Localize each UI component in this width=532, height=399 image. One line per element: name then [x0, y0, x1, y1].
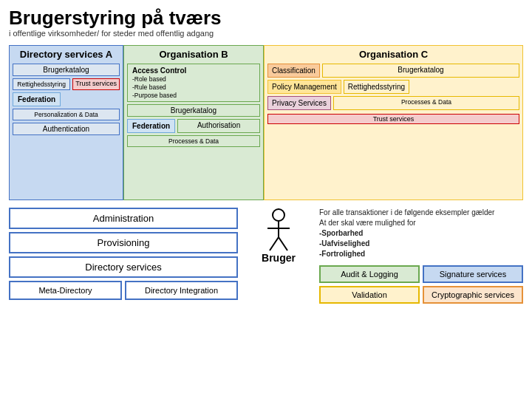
federation-a: Federation: [13, 92, 61, 106]
processes-b: Processes & Data: [127, 135, 260, 147]
federation-b: Federation: [127, 119, 175, 133]
trust-services-a: Trust services: [72, 78, 120, 90]
column-a: Directory services A Brugerkatalog Retti…: [9, 45, 123, 200]
bottom-section: Administration Provisioning Directory se…: [9, 208, 523, 304]
classification-c: Classification: [267, 64, 320, 78]
b-row3: Federation Authorisation: [127, 119, 260, 133]
admin-box: Administration: [9, 208, 238, 229]
c-row3: Privacy Services Processes & Data: [267, 96, 519, 110]
provisioning-box: Provisioning: [9, 232, 238, 253]
result-row-2: Validation Cryptographic services: [319, 286, 523, 304]
authorisation-b: Authorisation: [177, 119, 260, 133]
svg-line-3: [270, 237, 279, 250]
column-c: Organisation C Classification Brugerkata…: [264, 45, 523, 200]
meta-dir-box: Meta-Directory: [9, 281, 122, 300]
catalog-c: Brugerkatalog: [322, 64, 519, 78]
personalization-a: Personalization & Data: [13, 109, 120, 120]
authentication-a: Authentication: [13, 123, 120, 135]
policy-mgmt-c: Policy Management: [267, 80, 341, 94]
svg-line-4: [279, 237, 287, 250]
signature-services-box: Signature services: [423, 265, 523, 283]
bottom-sub-row: Meta-Directory Directory Integration: [9, 281, 238, 300]
info-block: For alle transaktioner i de følgende eks…: [319, 208, 523, 259]
main-diagram: Directory services A Brugerkatalog Retti…: [9, 45, 523, 200]
brugerkatalog-a: Brugerkatalog: [13, 64, 120, 76]
audit-logging-box: Audit & Logging: [319, 265, 420, 283]
c-row1: Classification Brugerkatalog: [267, 64, 519, 78]
dir-integration-box: Directory Integration: [125, 281, 238, 300]
page-title-area: Brugerstyring på tværs i offentlige virk…: [9, 7, 523, 38]
bottom-left: Administration Provisioning Directory se…: [9, 208, 238, 300]
trust-services-c: Trust services: [267, 114, 519, 124]
rettighedsstyring-a: Rettighedsstyring: [13, 78, 70, 90]
validation-box: Validation: [319, 286, 420, 304]
result-row-1: Audit & Logging Signature services: [319, 265, 523, 283]
page-subtitle: i offentlige virksomheder/ for steder me…: [9, 29, 523, 38]
col-b-header: Organisation B: [127, 49, 260, 60]
brugerkatalog-b: Brugerkatalog: [127, 104, 260, 117]
person-figure-icon: [264, 208, 293, 252]
person-area: Bruger: [245, 208, 312, 264]
col-a-header: Directory services A: [13, 49, 120, 60]
a-row3: Federation: [13, 92, 120, 106]
privacy-services-c: Privacy Services: [267, 96, 331, 110]
person-label: Bruger: [262, 252, 296, 264]
rettighedsstyring-c: Rettighedsstyring: [344, 80, 409, 94]
c-row2: Policy Management Rettighedsstyring: [267, 80, 519, 94]
col-c-header: Organisation C: [267, 49, 519, 60]
dir-services-box: Directory services: [9, 256, 238, 278]
column-b: Organisation B Access Control -Role base…: [123, 45, 264, 200]
access-control-b: Access Control -Role based -Rule based -…: [127, 64, 260, 102]
svg-point-0: [273, 209, 284, 221]
page-title: Brugerstyring på tværs: [9, 7, 523, 29]
bottom-right: For alle transaktioner i de følgende eks…: [319, 208, 523, 304]
a-row2: Rettighedsstyring Trust services: [13, 78, 120, 90]
processes-c: Processes & Data: [333, 96, 519, 110]
cryptographic-services-box: Cryptographic services: [423, 286, 523, 304]
